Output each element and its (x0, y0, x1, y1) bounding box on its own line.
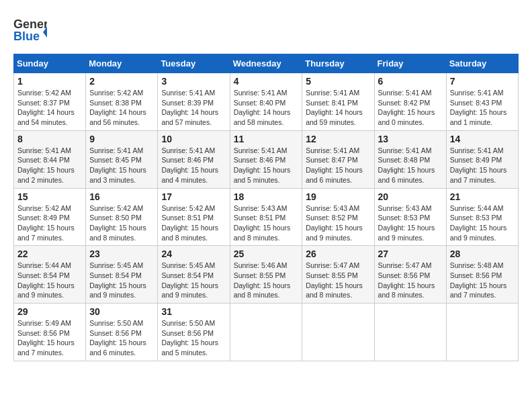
calendar-cell: 31Sunrise: 5:50 AM Sunset: 8:56 PM Dayli… (158, 304, 230, 361)
day-info: Sunrise: 5:45 AM Sunset: 8:54 PM Dayligh… (89, 261, 154, 300)
calendar-cell: 3Sunrise: 5:41 AM Sunset: 8:39 PM Daylig… (158, 73, 230, 131)
day-info: Sunrise: 5:48 AM Sunset: 8:56 PM Dayligh… (450, 261, 515, 300)
weekday-header-sunday: Sunday (14, 54, 86, 73)
day-number: 7 (450, 76, 515, 87)
calendar-cell: 5Sunrise: 5:41 AM Sunset: 8:41 PM Daylig… (302, 73, 374, 131)
weekday-header-tuesday: Tuesday (158, 54, 230, 73)
calendar-cell: 20Sunrise: 5:43 AM Sunset: 8:53 PM Dayli… (374, 188, 446, 246)
day-number: 20 (378, 191, 443, 202)
calendar: SundayMondayTuesdayWednesdayThursdayFrid… (13, 54, 519, 361)
day-info: Sunrise: 5:43 AM Sunset: 8:51 PM Dayligh… (234, 203, 299, 243)
day-info: Sunrise: 5:42 AM Sunset: 8:37 PM Dayligh… (17, 88, 82, 128)
day-number: 21 (450, 191, 515, 202)
calendar-cell: 23Sunrise: 5:45 AM Sunset: 8:54 PM Dayli… (86, 246, 158, 304)
day-info: Sunrise: 5:42 AM Sunset: 8:51 PM Dayligh… (161, 203, 226, 243)
calendar-cell: 24Sunrise: 5:45 AM Sunset: 8:54 PM Dayli… (158, 246, 230, 304)
day-number: 29 (17, 306, 82, 317)
day-info: Sunrise: 5:43 AM Sunset: 8:52 PM Dayligh… (306, 203, 370, 243)
day-info: Sunrise: 5:47 AM Sunset: 8:55 PM Dayligh… (306, 261, 370, 300)
day-number: 17 (161, 191, 226, 202)
day-number: 24 (161, 248, 226, 259)
calendar-cell: 14Sunrise: 5:41 AM Sunset: 8:49 PM Dayli… (446, 130, 518, 188)
day-info: Sunrise: 5:46 AM Sunset: 8:55 PM Dayligh… (234, 261, 299, 300)
day-info: Sunrise: 5:42 AM Sunset: 8:49 PM Dayligh… (17, 203, 82, 243)
day-number: 13 (378, 134, 443, 144)
day-number: 18 (234, 191, 299, 202)
weekday-header-thursday: Thursday (302, 54, 374, 73)
day-number: 4 (234, 76, 299, 87)
day-info: Sunrise: 5:41 AM Sunset: 8:49 PM Dayligh… (450, 146, 515, 185)
week-row-1: 1Sunrise: 5:42 AM Sunset: 8:37 PM Daylig… (14, 73, 519, 131)
day-number: 3 (161, 76, 226, 87)
calendar-cell: 12Sunrise: 5:41 AM Sunset: 8:47 PM Dayli… (302, 130, 374, 188)
day-info: Sunrise: 5:41 AM Sunset: 8:43 PM Dayligh… (450, 88, 515, 128)
day-info: Sunrise: 5:43 AM Sunset: 8:53 PM Dayligh… (378, 203, 443, 243)
calendar-cell: 8Sunrise: 5:41 AM Sunset: 8:44 PM Daylig… (14, 130, 86, 188)
day-number: 27 (378, 248, 443, 259)
day-info: Sunrise: 5:50 AM Sunset: 8:56 PM Dayligh… (89, 318, 154, 358)
calendar-cell (302, 304, 374, 361)
day-info: Sunrise: 5:41 AM Sunset: 8:46 PM Dayligh… (161, 146, 226, 185)
calendar-cell: 16Sunrise: 5:42 AM Sunset: 8:50 PM Dayli… (86, 188, 158, 246)
weekday-header-friday: Friday (374, 54, 446, 73)
calendar-cell: 2Sunrise: 5:42 AM Sunset: 8:38 PM Daylig… (86, 73, 158, 131)
calendar-cell (446, 304, 518, 361)
day-number: 6 (378, 76, 443, 87)
day-info: Sunrise: 5:41 AM Sunset: 8:48 PM Dayligh… (378, 146, 443, 185)
day-number: 30 (89, 306, 154, 317)
calendar-cell: 13Sunrise: 5:41 AM Sunset: 8:48 PM Dayli… (374, 130, 446, 188)
day-number: 1 (17, 76, 82, 87)
day-info: Sunrise: 5:41 AM Sunset: 8:42 PM Dayligh… (378, 88, 443, 128)
day-info: Sunrise: 5:50 AM Sunset: 8:56 PM Dayligh… (161, 318, 226, 358)
calendar-cell: 22Sunrise: 5:44 AM Sunset: 8:54 PM Dayli… (14, 246, 86, 304)
day-info: Sunrise: 5:49 AM Sunset: 8:56 PM Dayligh… (17, 318, 82, 358)
day-number: 16 (89, 191, 154, 202)
week-row-2: 8Sunrise: 5:41 AM Sunset: 8:44 PM Daylig… (14, 130, 519, 188)
calendar-cell: 4Sunrise: 5:41 AM Sunset: 8:40 PM Daylig… (230, 73, 302, 131)
day-number: 8 (17, 134, 82, 144)
calendar-cell: 30Sunrise: 5:50 AM Sunset: 8:56 PM Dayli… (86, 304, 158, 361)
svg-text:General: General (13, 17, 47, 31)
calendar-cell: 7Sunrise: 5:41 AM Sunset: 8:43 PM Daylig… (446, 73, 518, 131)
calendar-cell: 11Sunrise: 5:41 AM Sunset: 8:46 PM Dayli… (230, 130, 302, 188)
logo: General Blue (13, 13, 50, 47)
weekday-header-monday: Monday (86, 54, 158, 73)
calendar-cell: 21Sunrise: 5:44 AM Sunset: 8:53 PM Dayli… (446, 188, 518, 246)
day-number: 15 (17, 191, 82, 202)
calendar-cell: 28Sunrise: 5:48 AM Sunset: 8:56 PM Dayli… (446, 246, 518, 304)
day-info: Sunrise: 5:41 AM Sunset: 8:39 PM Dayligh… (161, 88, 226, 128)
day-number: 19 (306, 191, 370, 202)
day-number: 9 (89, 134, 154, 144)
day-number: 28 (450, 248, 515, 259)
calendar-cell: 6Sunrise: 5:41 AM Sunset: 8:42 PM Daylig… (374, 73, 446, 131)
day-number: 14 (450, 134, 515, 144)
calendar-cell: 17Sunrise: 5:42 AM Sunset: 8:51 PM Dayli… (158, 188, 230, 246)
calendar-cell: 26Sunrise: 5:47 AM Sunset: 8:55 PM Dayli… (302, 246, 374, 304)
week-row-3: 15Sunrise: 5:42 AM Sunset: 8:49 PM Dayli… (14, 188, 519, 246)
calendar-cell: 9Sunrise: 5:41 AM Sunset: 8:45 PM Daylig… (86, 130, 158, 188)
day-number: 10 (161, 134, 226, 144)
weekday-header-wednesday: Wednesday (230, 54, 302, 73)
week-row-4: 22Sunrise: 5:44 AM Sunset: 8:54 PM Dayli… (14, 246, 519, 304)
calendar-cell: 10Sunrise: 5:41 AM Sunset: 8:46 PM Dayli… (158, 130, 230, 188)
day-number: 2 (89, 76, 154, 87)
day-number: 31 (161, 306, 226, 317)
day-number: 11 (234, 134, 299, 144)
calendar-cell (230, 304, 302, 361)
day-info: Sunrise: 5:42 AM Sunset: 8:50 PM Dayligh… (89, 203, 154, 243)
day-info: Sunrise: 5:41 AM Sunset: 8:40 PM Dayligh… (234, 88, 299, 128)
weekday-header-row: SundayMondayTuesdayWednesdayThursdayFrid… (14, 54, 519, 73)
day-info: Sunrise: 5:47 AM Sunset: 8:56 PM Dayligh… (378, 261, 443, 300)
day-info: Sunrise: 5:41 AM Sunset: 8:41 PM Dayligh… (306, 88, 370, 128)
svg-text:Blue: Blue (13, 30, 40, 43)
weekday-header-saturday: Saturday (446, 54, 518, 73)
day-number: 5 (306, 76, 370, 87)
calendar-cell (374, 304, 446, 361)
day-info: Sunrise: 5:41 AM Sunset: 8:46 PM Dayligh… (234, 146, 299, 185)
day-info: Sunrise: 5:41 AM Sunset: 8:45 PM Dayligh… (89, 146, 154, 185)
day-info: Sunrise: 5:42 AM Sunset: 8:38 PM Dayligh… (89, 88, 154, 128)
day-info: Sunrise: 5:41 AM Sunset: 8:47 PM Dayligh… (306, 146, 370, 185)
day-number: 23 (89, 248, 154, 259)
day-number: 12 (306, 134, 370, 144)
calendar-cell: 29Sunrise: 5:49 AM Sunset: 8:56 PM Dayli… (14, 304, 86, 361)
